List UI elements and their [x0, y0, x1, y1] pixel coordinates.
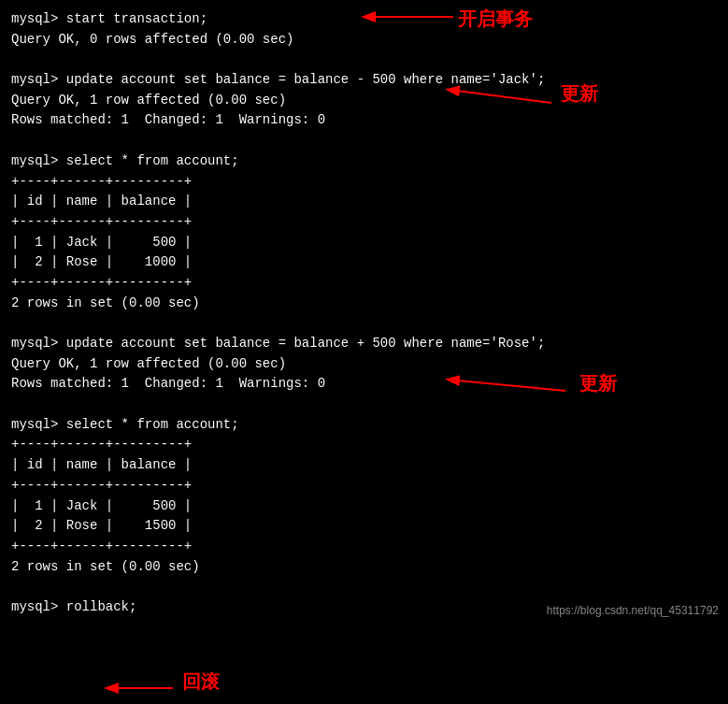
- table1-row2: | 2 | Rose | 1000 |: [11, 252, 717, 273]
- table2-row1: | 1 | Jack | 500 |: [11, 496, 717, 517]
- line-update2: mysql> update account set balance = bala…: [11, 334, 717, 354]
- line-8: mysql> select * from account;: [11, 151, 717, 172]
- table1-border-bot: +----+------+---------+: [11, 273, 717, 294]
- terminal-window: mysql> start transaction; Query OK, 0 ro…: [0, 0, 728, 627]
- table2-border-top: +----+------+---------+: [11, 435, 717, 455]
- line-blank-1: [11, 50, 717, 70]
- table1-border-top: +----+------+---------+: [11, 172, 717, 193]
- line-rows-2: 2 rows in set (0.00 sec): [11, 557, 717, 578]
- arrow-transaction: [187, 0, 458, 47]
- line-blank-2: [11, 131, 717, 151]
- line-rows-1: 2 rows in set (0.00 sec): [11, 294, 717, 314]
- arrow-update2: [355, 363, 589, 400]
- line-blank-5: [11, 577, 717, 597]
- line-select2: mysql> select * from account;: [11, 415, 717, 436]
- arrow-rollback: [93, 662, 206, 699]
- table2-row2: | 2 | Rose | 1500 |: [11, 516, 717, 537]
- svg-line-2: [449, 380, 565, 391]
- table1-divider: +----+------+---------+: [11, 212, 717, 233]
- table1-header: | id | name | balance |: [11, 192, 717, 212]
- table1-row1: | 1 | Jack | 500 |: [11, 233, 717, 253]
- annotation-transaction: 开启事务: [458, 5, 533, 34]
- svg-line-1: [449, 90, 551, 103]
- watermark: https://blog.csdn.net/qq_45311792: [547, 602, 719, 620]
- arrow-update1: [355, 73, 570, 110]
- line-blank-3: [11, 313, 717, 334]
- table2-header: | id | name | balance |: [11, 455, 717, 476]
- line-6: Rows matched: 1 Changed: 1 Warnings: 0: [11, 110, 717, 131]
- table2-border-bot: +----+------+---------+: [11, 537, 717, 557]
- table2-divider: +----+------+---------+: [11, 476, 717, 496]
